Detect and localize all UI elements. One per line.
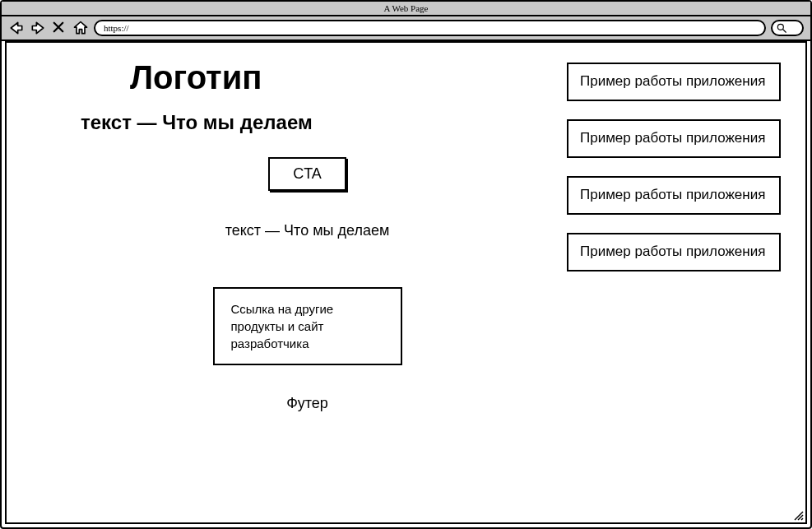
footer: Футер (286, 395, 328, 412)
url-input[interactable]: https:// (94, 20, 766, 36)
svg-line-4 (801, 518, 803, 520)
resize-grip-icon (792, 509, 804, 521)
back-icon[interactable] (8, 20, 25, 36)
headline: текст — Что мы делаем (81, 111, 313, 134)
example-card[interactable]: Пример работы приложения (567, 233, 781, 271)
svg-point-0 (777, 24, 783, 30)
browser-window: A Web Page https:// Логотип текст — Что … (0, 0, 812, 529)
svg-line-1 (783, 30, 786, 33)
close-icon[interactable] (51, 20, 67, 36)
example-card[interactable]: Пример работы приложения (567, 176, 781, 215)
home-icon[interactable] (72, 20, 89, 36)
sub-headline: текст — Что мы делаем (225, 222, 390, 239)
cta-button[interactable]: CTA (268, 157, 346, 191)
examples-column: Пример работы приложения Пример работы п… (567, 59, 781, 514)
page-content: Логотип текст — Что мы делаем CTA текст … (5, 41, 807, 524)
forward-icon[interactable] (30, 20, 46, 36)
other-products-link[interactable]: Ссылка на другие продукты и сайт разрабо… (213, 287, 402, 365)
logo: Логотип (130, 59, 262, 96)
example-card[interactable]: Пример работы приложения (567, 63, 781, 101)
browser-toolbar: https:// (2, 16, 810, 41)
window-title: A Web Page (2, 2, 810, 16)
url-text: https:// (104, 23, 129, 33)
search-button[interactable] (771, 20, 804, 36)
example-card[interactable]: Пример работы приложения (567, 119, 781, 158)
main-column: Логотип текст — Что мы делаем CTA текст … (31, 59, 567, 514)
